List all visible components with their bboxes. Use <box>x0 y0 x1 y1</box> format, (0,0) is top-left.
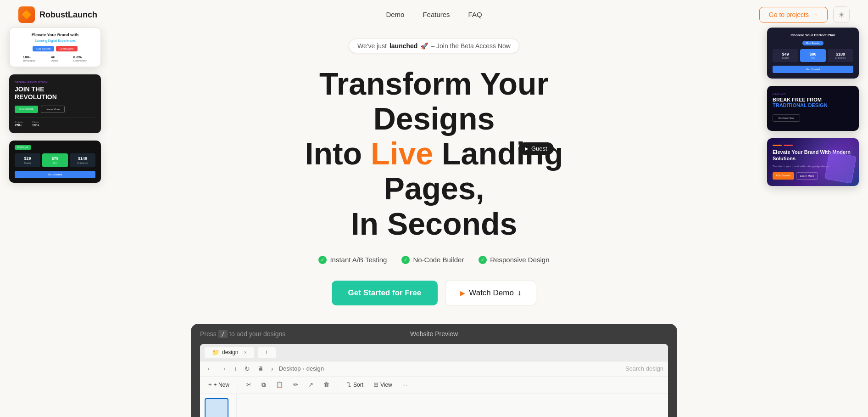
toolbar-more-button[interactable]: ··· <box>399 379 411 390</box>
nav-cta: Go to projects → ☀ <box>759 6 850 23</box>
check-icon-nocode: ✓ <box>401 256 410 264</box>
toolbar-paste-button[interactable]: 📋 <box>272 379 287 390</box>
hero-buttons: Get Started for Free ▶ Watch Demo ↓ <box>332 281 537 305</box>
toolbar-separator2 <box>338 381 338 389</box>
toolbar-share-button[interactable]: ↗ <box>305 379 317 390</box>
nav-links: Demo Features FAQ <box>386 11 482 19</box>
logo-icon: 🔶 <box>18 6 35 23</box>
theme-toggle-button[interactable]: ☀ <box>833 6 850 23</box>
cut-icon: ✂ <box>246 381 251 388</box>
check-icon-responsive: ✓ <box>479 256 487 264</box>
monitor-icon: 🖥 <box>256 364 266 373</box>
new-tab-button[interactable]: + <box>258 347 276 358</box>
paste-icon: 📋 <box>276 381 283 388</box>
preview-hint: Press / to add your designs <box>200 330 285 338</box>
view-icon: ⊞ <box>373 381 378 388</box>
back-button[interactable]: ← <box>205 364 215 373</box>
sun-icon: ☀ <box>838 11 845 19</box>
toolbar-separator <box>238 381 238 389</box>
share-icon: ↗ <box>308 381 313 388</box>
browser-nav-path: Desktop › design <box>279 365 622 372</box>
preview-bottom: DESIGN ELEVATE YOUR GAME TO Choose your … <box>237 394 668 417</box>
nav-faq-link[interactable]: FAQ <box>468 11 482 18</box>
arrow-down-icon: ↓ <box>517 288 522 298</box>
toolbar-copy-button[interactable]: ⧉ <box>258 379 269 390</box>
browser-tab-bar: 📁 design × + <box>200 344 668 361</box>
guest-bubble: Guest <box>518 142 554 155</box>
browser-nav-bar: ← → ↑ ↻ 🖥 › Desktop › design Search desi… <box>200 361 668 377</box>
hero-badge: We've just launched 🚀 – Join the Beta Ac… <box>349 39 519 53</box>
logo-text: RobustLaunch <box>39 10 97 20</box>
toolbar-rename-button[interactable]: ✏ <box>289 379 302 390</box>
logo[interactable]: 🔶 RobustLaunch <box>18 6 97 23</box>
go-to-projects-button[interactable]: Go to projects → <box>759 7 828 23</box>
copy-icon: ⧉ <box>262 381 266 389</box>
file-item[interactable] <box>205 398 228 417</box>
more-icon: ··· <box>402 381 407 388</box>
browser-content: ⌄ DESIGN ELEVATE YOUR GAME TO Choose you… <box>200 394 668 417</box>
sort-icon: ⇅ <box>346 381 351 388</box>
hero-feature-responsive: ✓ Responsive Design <box>479 256 549 264</box>
nav-demo-link[interactable]: Demo <box>386 11 404 18</box>
up-button[interactable]: ↑ <box>232 364 239 373</box>
arrow-icon: → <box>812 11 818 18</box>
hero-features: ✓ Instant A/B Testing ✓ No-Code Builder … <box>318 256 549 264</box>
delete-icon: 🗑 <box>323 381 329 388</box>
hero-feature-ab: ✓ Instant A/B Testing <box>318 256 387 264</box>
nav-features-link[interactable]: Features <box>423 11 450 18</box>
browser-search[interactable]: Search design <box>625 365 663 372</box>
toolbar-delete-button[interactable]: 🗑 <box>320 379 333 390</box>
preview-area: Press / to add your designs Website Prev… <box>191 324 677 417</box>
play-icon: ▶ <box>460 289 465 297</box>
forward-button[interactable]: → <box>218 364 228 373</box>
hero-feature-nocode: ✓ No-Code Builder <box>401 256 464 264</box>
refresh-button[interactable]: ↻ <box>243 364 252 373</box>
browser-tab-design[interactable]: 📁 design × <box>205 347 254 358</box>
toolbar-new-button[interactable]: + + New <box>205 379 233 390</box>
plus-icon: + <box>208 381 212 388</box>
hero-section: We've just launched 🚀 – Join the Beta Ac… <box>0 29 868 417</box>
browser-toolbar: + + New ✂ ⧉ 📋 ✏ ↗ <box>200 377 668 394</box>
preview-top-bar: Press / to add your designs Website Prev… <box>191 324 677 344</box>
file-panel: ⌄ <box>200 394 237 417</box>
rename-icon: ✏ <box>293 381 298 388</box>
get-started-button[interactable]: Get Started for Free <box>332 281 438 305</box>
check-icon-ab: ✓ <box>318 256 327 264</box>
close-tab-icon[interactable]: × <box>244 349 246 355</box>
website-preview-label: Website Preview <box>410 330 458 338</box>
navigation: 🔶 RobustLaunch Demo Features FAQ Go to p… <box>0 0 868 29</box>
watch-demo-button[interactable]: ▶ Watch Demo ↓ <box>445 281 536 305</box>
folder-icon: 📁 <box>212 349 219 356</box>
toolbar-view-button[interactable]: ⊞ View <box>370 379 396 390</box>
browser-mock: 📁 design × + ← → ↑ ↻ 🖥 › Desktop › desig… <box>200 344 668 417</box>
toolbar-cut-button[interactable]: ✂ <box>243 379 255 390</box>
toolbar-sort-button[interactable]: ⇅ Sort <box>343 379 367 390</box>
nav-arrow-right: › <box>269 364 275 373</box>
